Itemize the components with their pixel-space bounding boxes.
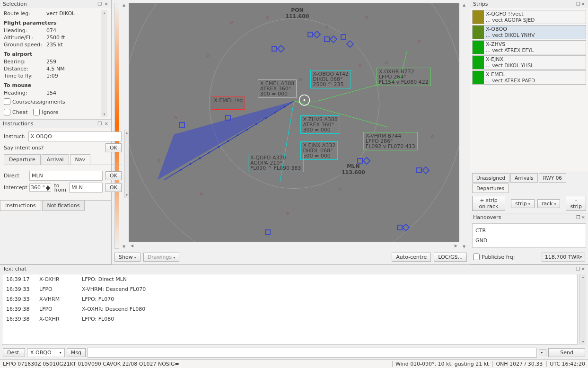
datablock-alert[interactable]: X-EMEL !sq xyxy=(211,96,245,110)
to-airport-title: To airport xyxy=(4,51,101,57)
radar-vertical-ruler-right[interactable]: ▲▼ xyxy=(461,3,467,249)
rack-tab[interactable]: Departures xyxy=(472,184,509,193)
autocentre-button[interactable]: Auto-centre xyxy=(392,253,431,262)
direct-ok-button[interactable]: OK xyxy=(105,171,122,180)
publicise-checkbox[interactable]: Publicise frq: xyxy=(473,254,515,260)
chat-row: 16:39:17X-OXHRLFPO: Direct MLN xyxy=(2,274,577,284)
tab-arrival[interactable]: Arrival xyxy=(42,154,69,165)
strip-item[interactable]: X-ZHVS... vect ATREX EFYL xyxy=(472,40,586,54)
radar-scope[interactable]: PON111.600 MLN113.600 xyxy=(129,3,459,242)
close-icon[interactable]: ✕ xyxy=(581,1,585,7)
direct-label: Direct xyxy=(4,173,26,179)
strip-item[interactable]: X-QGFO !!vect... vect AGOPA SJED xyxy=(472,10,586,24)
close-icon[interactable]: ✕ xyxy=(105,121,108,126)
ttf-value: 1:09 xyxy=(46,73,58,79)
datablock-obqo[interactable]: X-OBQO AT42DIKOL 068°2500 ^ 235 xyxy=(310,70,351,88)
say-ok-button[interactable]: OK xyxy=(105,143,122,152)
zoom-slider[interactable] xyxy=(114,3,119,249)
freq-combo[interactable]: 118.700 TWR▾ xyxy=(542,253,585,262)
status-qnh: QNH 1027 / 30.33 xyxy=(492,361,543,367)
to-mouse-title: To mouse xyxy=(4,82,101,88)
handover-gnd[interactable]: GND xyxy=(474,236,584,245)
rack-tab[interactable]: Arrivals xyxy=(510,173,538,183)
bottom-tab-instructions[interactable]: Instructions xyxy=(0,201,41,211)
instructions-title: Instructions xyxy=(3,121,34,127)
course-assign-checkbox[interactable]: Course/assignments xyxy=(4,98,101,105)
cheat-checkbox[interactable]: Cheat xyxy=(4,109,27,115)
selection-panel: Selection ❐ ✕ Route leg:vect DIKOL Fligh… xyxy=(0,0,111,120)
chat-row: 16:39:38X-OXHRLFPO: FL080 xyxy=(2,314,577,324)
strip-item[interactable]: X-EJNX... vect DIKOL YHSL xyxy=(472,55,586,70)
datablock-emel[interactable]: X-EMEL A388ATREX 360°300 = 000 xyxy=(258,79,297,98)
vor-mln-freq: 113.600 xyxy=(342,169,365,175)
chat-row: 16:39:33LFPOX-VHRM: Descend FL070 xyxy=(2,284,577,294)
close-icon[interactable]: ✕ xyxy=(105,1,108,7)
close-icon[interactable]: ✕ xyxy=(581,266,585,272)
show-menu-button[interactable]: Show xyxy=(114,253,140,262)
tab-nav[interactable]: Nav xyxy=(70,154,90,165)
chat-log[interactable]: 16:39:17X-OXHRLFPO: Direct MLN16:39:33LF… xyxy=(2,274,578,345)
bottom-tab-notifications[interactable]: Notifications xyxy=(42,201,85,211)
rack-tab[interactable]: Unassigned xyxy=(472,173,509,183)
add-strip-button[interactable]: + strip on rack xyxy=(472,196,505,211)
direct-input[interactable] xyxy=(29,171,103,181)
instructions-panel: Instructions ❐ ✕ Instruct: Say intention… xyxy=(0,120,111,264)
strip-item[interactable]: X-EMEL... vect ATREX PAED xyxy=(472,70,586,85)
ignore-checkbox[interactable]: Ignore xyxy=(33,109,58,115)
restore-icon[interactable]: ❐ xyxy=(576,1,580,7)
strip-item[interactable]: X-OBQO... vect DIKOL YNHV xyxy=(472,25,586,39)
flight-params-title: Flight parameters xyxy=(4,20,101,26)
handovers-title: Handovers xyxy=(473,214,501,220)
chat-input[interactable] xyxy=(88,348,537,358)
strips-title: Strips xyxy=(473,1,488,7)
datablock-zhvs[interactable]: X-ZHVS A388ATREX 360°300 = 000 xyxy=(300,115,340,134)
radar-vertical-ruler[interactable]: ▲▼ xyxy=(121,3,127,249)
restore-icon[interactable]: ❐ xyxy=(576,266,580,272)
chat-row: 16:39:38LFPOX-OXHR: Descend FL080 xyxy=(2,304,577,314)
status-metar: LFPO 071630Z 05010G21KT 010V090 CAVOK 22… xyxy=(3,361,179,367)
restore-icon[interactable]: ❐ xyxy=(576,215,580,220)
selection-title: Selection xyxy=(3,1,27,7)
close-icon[interactable]: ✕ xyxy=(581,215,585,220)
distance-value: 4.5 NM xyxy=(46,66,65,72)
tofrom-label: tofrom xyxy=(54,184,66,192)
chat-history-combo[interactable]: ▾ xyxy=(539,349,546,356)
chat-scrollbar[interactable]: ▴▾ xyxy=(579,274,586,345)
datablock-ejnx[interactable]: X-EJNX A332DIKOL 068°500 = 000 xyxy=(300,141,338,160)
remove-strip-button[interactable]: - strip xyxy=(566,196,586,211)
restore-icon[interactable]: ❐ xyxy=(97,121,102,126)
status-bar: LFPO 071630Z 05010G21KT 010V090 CAVOK 22… xyxy=(0,359,588,368)
instruct-label: Instruct: xyxy=(4,133,26,140)
route-leg-value: vect DIKOL xyxy=(46,10,75,17)
intercept-ok-button[interactable]: OK xyxy=(105,183,122,192)
intercept-degree-spinner[interactable]: 360 °▲▼ xyxy=(29,184,51,192)
msg-button[interactable]: Msg xyxy=(67,348,86,357)
instructions-scrollbar[interactable]: ▴▾ xyxy=(124,130,129,198)
altitude-value: 2500 ft xyxy=(46,35,65,41)
rack-menu-button[interactable]: rack xyxy=(537,199,561,208)
datablock-qgfo[interactable]: X-QGFO A320AGOPA 210°FL090 ^ FL090 383 xyxy=(248,154,304,172)
intercept-label: Intercept xyxy=(4,184,26,191)
radar-horizontal-ruler[interactable]: ◀▶ xyxy=(129,242,459,249)
locgs-button[interactable]: LOC/GS... xyxy=(434,253,467,262)
drawings-menu-button[interactable]: Drawings xyxy=(143,253,180,262)
intercept-input[interactable] xyxy=(69,183,103,193)
tab-departure[interactable]: Departure xyxy=(4,154,41,165)
datablock-oxhr[interactable]: X-OXHR B772LFPO 264°FL154 v FL080 422 xyxy=(377,68,431,86)
rack-tab[interactable]: RWY 06 xyxy=(539,173,566,183)
restore-icon[interactable]: ❐ xyxy=(97,1,102,7)
dest-button[interactable]: Dest. xyxy=(3,348,25,357)
heading-value: 074 xyxy=(46,27,56,34)
say-intentions-label: Say intentions? xyxy=(4,145,44,151)
handover-ctr[interactable]: CTR xyxy=(474,226,584,236)
send-button[interactable]: Send xyxy=(548,348,585,357)
instruct-input[interactable] xyxy=(28,131,122,141)
dest-combo[interactable]: X-OBQO▾ xyxy=(27,348,65,357)
mouse-heading-value: 154 xyxy=(46,90,56,96)
selection-scrollbar[interactable]: ▴▾ xyxy=(101,10,107,117)
vor-pon-freq: 111.600 xyxy=(285,13,309,19)
datablock-vhrm[interactable]: X-VHRM B744LFPO 286°FL092 v FL070 413 xyxy=(363,132,418,150)
vor-mln-name: MLN xyxy=(347,163,360,169)
strip-menu-button[interactable]: strip xyxy=(511,199,535,208)
status-utc: UTC 16:42:20 xyxy=(546,361,585,367)
